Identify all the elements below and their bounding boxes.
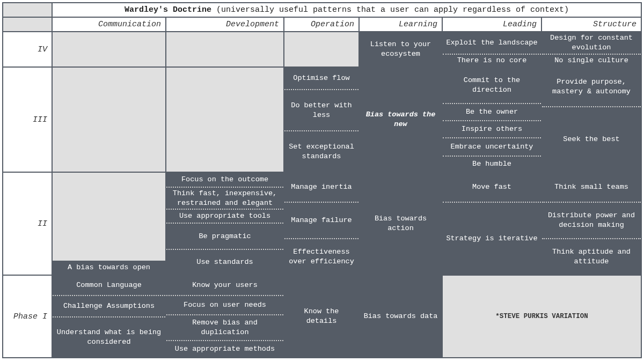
title-main: Wardley's Doctrine (universally useful p… — [53, 3, 641, 17]
phase-iv-label: IV — [3, 32, 53, 67]
cell-i-op: Know the details — [284, 276, 358, 357]
cell-ii-struct2: Distribute power and decision making — [542, 202, 641, 238]
cell-iii-lead3: Inspire others — [443, 120, 541, 137]
header-development: Development — [166, 18, 284, 31]
cell-ii-struct1: Think small teams — [542, 173, 641, 202]
attribution-note: *STEVE PURKIS VARIATION — [495, 313, 588, 320]
header-structure: Structure — [542, 18, 641, 31]
cell-iv-leading2: There is no core — [443, 54, 541, 67]
cell-iii-learning: Bias towards the new — [360, 68, 442, 172]
cell-iii-op2: Do better with less — [284, 89, 358, 130]
title-rest: (universally useful patterns that a user… — [216, 5, 569, 14]
cell-ii-dev3: Use appropriate tools — [166, 209, 283, 223]
cell-iv-learning: Listen to your ecosystem — [360, 32, 442, 67]
phase-ii-label: II — [3, 173, 53, 275]
empty-cell — [53, 32, 165, 67]
cell-iv-structure1: Design for constant evolution — [542, 32, 641, 54]
empty-cell — [166, 32, 283, 67]
cell-ii-op1: Manage inertia — [284, 173, 358, 202]
cell-i-comm3: Understand what is being considered — [53, 316, 165, 357]
cell-ii-op2: Manage failure — [284, 202, 358, 238]
column-headers: Communication Development Operation Lear… — [2, 17, 642, 31]
cell-iii-struct2: Seek the best — [542, 106, 641, 172]
cell-ii-dev1: Focus on the outcome — [166, 173, 283, 187]
cell-iii-struct1: Provide purpose, mastery & autonomy — [542, 68, 641, 106]
cell-i-dev1: Know your users — [166, 276, 283, 295]
cell-i-dev2: Focus on user needs — [166, 295, 283, 314]
cell-ii-op3: Effectiveness over efficiency — [284, 238, 358, 275]
cell-ii-lead2: Strategy is iterative — [443, 202, 541, 275]
cell-i-dev3: Remove bias and duplication — [166, 314, 283, 340]
title-bold: Wardley's Doctrine — [125, 5, 211, 14]
cell-iii-lead5: Be humble — [443, 156, 541, 172]
title-corner — [3, 3, 53, 17]
empty-cell — [166, 68, 283, 172]
empty-cell — [53, 173, 165, 261]
phase-iv-row: IV Listen to your ecosystem Exploit the … — [2, 31, 642, 67]
cell-iii-lead4: Embrace uncertainty — [443, 137, 541, 156]
cell-ii-comm: A bias towards open — [53, 261, 165, 275]
cell-ii-dev5: Use standards — [166, 249, 283, 275]
phase-i-row: Phase I Common Language Challenge Assump… — [2, 275, 642, 358]
doctrine-table: Wardley's Doctrine (universally useful p… — [0, 0, 644, 362]
cell-i-comm1: Common Language — [53, 276, 165, 295]
header-communication: Communication — [53, 18, 166, 31]
cell-iii-op1: Optimise flow — [284, 68, 358, 89]
cell-i-comm2: Challenge Assumptions — [53, 295, 165, 316]
cell-iv-leading1: Exploit the landscape — [443, 32, 541, 54]
header-corner — [3, 18, 53, 31]
cell-ii-struct3: Think aptitude and attitude — [542, 238, 641, 275]
phase-i-label: Phase I — [3, 276, 53, 357]
cell-iii-op3: Set exceptional standards — [284, 130, 358, 172]
phase-iii-label: III — [3, 68, 53, 172]
header-learning: Learning — [360, 18, 443, 31]
cell-iv-structure2: No single culture — [542, 54, 641, 67]
cell-ii-learning: Bias towards action — [360, 173, 442, 275]
cell-ii-dev4: Be pragmatic — [166, 223, 283, 248]
cell-ii-lead1: Move fast — [443, 173, 541, 202]
cell-iii-lead1: Commit to the direction — [443, 68, 541, 103]
cell-i-learning: Bias towards data — [360, 276, 442, 357]
title-row: Wardley's Doctrine (universally useful p… — [2, 2, 642, 17]
cell-ii-dev2: Think fast, inexpensive, restrained and … — [166, 187, 283, 209]
empty-cell — [53, 68, 165, 172]
phase-iii-row: III Optimise flow Do better with less Se… — [2, 67, 642, 172]
cell-iii-lead2: Be the owner — [443, 103, 541, 120]
note-box: *STEVE PURKIS VARIATION — [443, 276, 641, 357]
empty-cell — [284, 32, 358, 67]
cell-i-dev4: Use appropriate methods — [166, 340, 283, 357]
phase-ii-row: II A bias towards open Focus on the outc… — [2, 172, 642, 275]
header-operation: Operation — [284, 18, 360, 31]
header-leading: Leading — [443, 18, 542, 31]
